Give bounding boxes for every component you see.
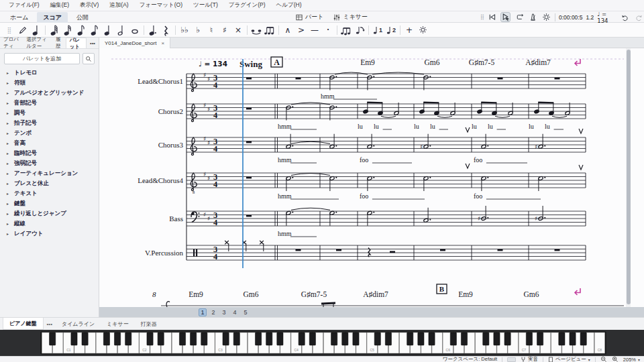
panel-tab-プロパティ[interactable]: プロパティ: [0, 38, 23, 48]
rest[interactable]: [336, 249, 341, 251]
piano-black-key[interactable]: [82, 333, 88, 345]
chord-symbol[interactable]: A♯dim7: [525, 58, 551, 66]
key-signature-sharp[interactable]: ♯: [203, 135, 206, 142]
chord-symbol[interactable]: A♯dim7: [363, 290, 388, 298]
chord-symbol[interactable]: Em9: [458, 290, 473, 298]
note-32nd-icon[interactable]: [61, 23, 74, 37]
panel-tab-選択フィルター[interactable]: 選択フィルター: [23, 38, 52, 48]
sharp-icon[interactable]: ♯: [218, 23, 231, 37]
piano-black-key[interactable]: [450, 333, 456, 345]
staff-label[interactable]: Chorus3: [158, 141, 184, 149]
lyric[interactable]: foo: [474, 192, 482, 200]
marcato-icon[interactable]: ∧: [281, 23, 294, 37]
double-sharp-icon[interactable]: ×: [231, 23, 245, 37]
playback-tempo[interactable]: ♩ = 134: [597, 11, 616, 24]
note-16th-icon[interactable]: [74, 23, 88, 37]
piano-keyboard[interactable]: C1C2C3C4C5C6C7C8: [0, 330, 644, 356]
tie[interactable]: [291, 103, 330, 105]
zoom-level-selector[interactable]: 205% ▾: [623, 357, 640, 362]
palette-item[interactable]: ▸拍子記号: [0, 118, 99, 128]
rest[interactable]: [555, 78, 560, 80]
rest[interactable]: [246, 215, 252, 217]
rest-icon[interactable]: [160, 23, 173, 37]
rest[interactable]: [246, 78, 252, 80]
expand-arrow-icon[interactable]: ▸: [7, 90, 9, 95]
flip-direction-icon[interactable]: [353, 23, 366, 37]
expand-arrow-icon[interactable]: ▸: [7, 80, 9, 85]
treble-clef[interactable]: [191, 104, 197, 121]
palette-item[interactable]: ▸鍵盤: [0, 198, 99, 208]
piano-black-key[interactable]: [277, 333, 283, 345]
time-signature[interactable]: 4: [213, 180, 218, 189]
lyric[interactable]: lu: [374, 123, 379, 130]
menu-edit[interactable]: 編集(E): [46, 0, 74, 11]
lyric[interactable]: lu: [545, 123, 550, 130]
lyric[interactable]: foo: [360, 156, 368, 164]
expand-arrow-icon[interactable]: ▸: [7, 191, 9, 196]
rest[interactable]: [246, 141, 252, 143]
play-button[interactable]: [500, 12, 511, 22]
chord-symbol[interactable]: Gm6: [425, 58, 440, 66]
expand-arrow-icon[interactable]: ▸: [7, 121, 9, 125]
time-signature[interactable]: 4: [213, 111, 218, 120]
piano-black-key[interactable]: [147, 333, 153, 345]
rest[interactable]: [555, 249, 560, 251]
grace-note-icon[interactable]: [263, 23, 276, 37]
score-view[interactable]: Lead&Chorus1♯♯34hmmChorus2♯♯34hmmlululul…: [99, 48, 644, 307]
bottom-tab-打楽器[interactable]: 打楽器: [135, 318, 163, 330]
staff-label[interactable]: Lead&Chorus4: [138, 176, 183, 184]
bottom-tab-ミキサー[interactable]: ミキサー: [101, 318, 135, 330]
staff-label[interactable]: Bass: [169, 215, 183, 223]
midi-input-toggle[interactable]: [507, 357, 516, 362]
rehearsal-mark-b[interactable]: B: [439, 285, 445, 293]
piano-black-key[interactable]: [309, 333, 315, 345]
score-canvas[interactable]: Lead&Chorus1♯♯34hmmChorus2♯♯34hmmlululul…: [99, 48, 644, 307]
piano-black-key[interactable]: [537, 333, 543, 345]
tenuto-icon[interactable]: —: [308, 23, 321, 37]
palette-item[interactable]: ▸強弱記号: [0, 158, 99, 168]
key-signature-sharp[interactable]: ♯: [203, 72, 206, 78]
rest[interactable]: [498, 78, 503, 80]
page-button-1[interactable]: 1: [199, 308, 207, 316]
palette-item[interactable]: ▸音部記号: [0, 98, 99, 108]
piano-black-key[interactable]: [223, 333, 229, 345]
expand-arrow-icon[interactable]: ▸: [7, 211, 9, 216]
piano-black-key[interactable]: [342, 333, 348, 345]
menu-add[interactable]: 追加(A): [105, 0, 133, 11]
score-scrollbar[interactable]: [626, 48, 631, 307]
panel-tab-•••[interactable]: •••: [87, 38, 99, 48]
time-signature[interactable]: 4: [213, 144, 218, 154]
sharp-accidental[interactable]: ♯: [478, 215, 480, 222]
piano-black-key[interactable]: [299, 333, 305, 345]
workspace-selector[interactable]: ワークスペース: Default: [443, 356, 497, 362]
lyric[interactable]: hmm: [278, 230, 292, 237]
rest[interactable]: [440, 249, 445, 251]
chord-symbol[interactable]: G♯m7-5: [469, 58, 495, 66]
palette-item[interactable]: ▸アーティキュレーション: [0, 168, 99, 178]
palette-item[interactable]: ▸レイアウト: [0, 229, 99, 239]
zoom-out-button[interactable]: [600, 356, 607, 362]
playback-beat-position[interactable]: 1.2: [586, 14, 594, 21]
piano-black-key[interactable]: [71, 333, 77, 345]
chord-symbol[interactable]: Em9: [360, 58, 375, 66]
page-button-3[interactable]: 3: [220, 308, 228, 316]
note-8th-icon[interactable]: [88, 23, 101, 37]
key-signature-sharp[interactable]: ♯: [203, 171, 206, 178]
voice-1-icon[interactable]: 1: [371, 23, 384, 37]
key-signature-sharp[interactable]: ♯: [207, 76, 210, 82]
key-signature-sharp[interactable]: ♯: [203, 102, 206, 109]
page-button-5[interactable]: 5: [241, 308, 250, 316]
piano-black-key[interactable]: [559, 333, 565, 345]
breath-mark[interactable]: [466, 127, 470, 132]
palette-item[interactable]: ▸テキスト: [0, 188, 99, 198]
note-whole-icon[interactable]: [128, 23, 142, 37]
bottom-tab-タイムライン[interactable]: タイムライン: [56, 318, 101, 330]
expand-arrow-icon[interactable]: ▸: [7, 201, 9, 206]
time-signature[interactable]: 4: [213, 252, 218, 261]
add-palette-button[interactable]: パレットを追加: [4, 53, 80, 64]
breath-mark[interactable]: [466, 164, 470, 168]
palette-item[interactable]: ▸繰り返しとジャンプ: [0, 208, 99, 219]
expand-arrow-icon[interactable]: ▸: [7, 131, 9, 135]
expand-arrow-icon[interactable]: ▸: [7, 171, 9, 176]
redo-button[interactable]: [634, 12, 644, 22]
